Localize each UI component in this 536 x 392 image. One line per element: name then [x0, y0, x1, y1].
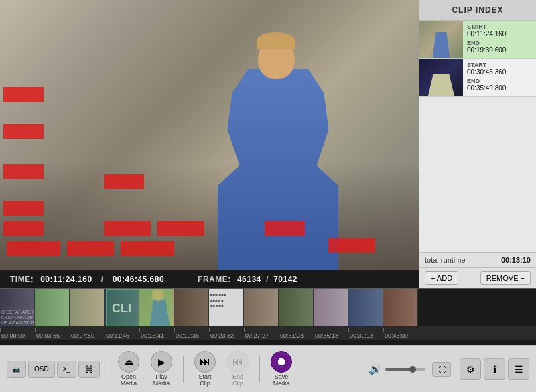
clip2-end-time: 00:35:49.800	[467, 84, 532, 92]
clip2-start-label: START	[467, 62, 532, 68]
red-overlay-7	[104, 221, 151, 236]
eject-icon: ⏏	[118, 351, 139, 373]
gear-button[interactable]: ⚙	[460, 358, 481, 380]
end-clip-icon: ⏮	[227, 351, 249, 373]
red-overlay-4	[3, 201, 44, 216]
snapshot-button[interactable]: 📷	[7, 361, 26, 378]
ruler-label-4: 00:15:41	[139, 328, 164, 339]
cut-button[interactable]: ⌘	[78, 361, 100, 378]
timeline-thumb-8	[279, 289, 314, 326]
red-overlay-1	[3, 87, 44, 102]
ruler-tick-6: 00:23:32	[209, 328, 244, 339]
clip2-start-time: 00:30:45.360	[467, 68, 532, 76]
timeline-thumb-3: CLI	[105, 289, 139, 326]
video-display[interactable]	[0, 0, 419, 270]
ruler-label-1: 00:03:55	[35, 328, 60, 339]
clip1-start-label: START	[467, 23, 532, 30]
time-bar: TIME: 00:11:24.160 / 00:46:45.680 FRAME:…	[0, 270, 419, 288]
end-clip-button[interactable]: ⏮ EndClip	[223, 349, 253, 389]
clip-item-1[interactable]: START 00:11:24.160 END 00:19:30.600	[419, 21, 536, 59]
ruler-tick-3: 00:11:46	[105, 328, 139, 339]
ruler-label-5: 00:19:36	[174, 328, 199, 339]
gear-icon: ⚙	[466, 364, 475, 375]
clip-index-header: CLIP INDEX	[419, 0, 536, 21]
save-media-button[interactable]: ⏺ SaveMedia	[267, 349, 296, 389]
red-overlay-11	[67, 241, 114, 256]
toolbar: 📷 OSD >_ ⌘ ⏏ OpenMedia ▶ PlayMedia ⏭ Sta…	[0, 345, 536, 392]
start-clip-icon: ⏭	[194, 351, 216, 373]
clip-info-2: START 00:30:45.360 END 00:35:49.800	[463, 59, 536, 96]
ruler-tick-5: 00:19:36	[174, 328, 209, 339]
timeline-thumb-1	[35, 289, 70, 326]
save-icon: ⏺	[271, 351, 292, 373]
ruler-label-7: 00:27:27	[244, 328, 269, 339]
timeline-thumb-6: ■■■ ■■■■■■■ ■■■ ■■■	[209, 289, 244, 326]
red-overlay-10	[7, 241, 60, 256]
ruler-tick-11: 00:43:09	[383, 328, 418, 339]
timeline-thumb-10	[348, 289, 383, 326]
ruler-label-6: 00:23:32	[209, 328, 234, 339]
red-overlay-9	[265, 221, 305, 236]
ruler-label-11: 00:43:09	[383, 328, 408, 339]
ruler-tick-4: 00:15:41	[139, 328, 174, 339]
play-media-label: PlayMedia	[153, 374, 170, 387]
ruler-tick-2: 00:07:50	[70, 328, 105, 339]
info-button[interactable]: ℹ	[484, 358, 505, 380]
timeline-thumb-4	[139, 289, 174, 326]
ruler-tick-1: 00:03:55	[35, 328, 70, 339]
play-media-button[interactable]: ▶ PlayMedia	[147, 349, 176, 389]
start-clip-button[interactable]: ⏭ StartClip	[190, 349, 220, 389]
clip-action-buttons: + ADD REMOVE −	[419, 267, 536, 288]
fullscreen-icon: ⛶	[438, 365, 446, 373]
red-overlay-13	[328, 238, 375, 253]
red-overlay-3	[3, 164, 44, 179]
volume-fill	[385, 368, 411, 371]
current-time: 00:11:24.160	[40, 275, 92, 284]
volume-slider[interactable]	[385, 368, 425, 371]
timeline-strip[interactable]: UP AGAINST THE CLINTO CTION MACHINE, TIM…	[0, 289, 536, 326]
ruler-label-8: 00:31:23	[279, 328, 304, 339]
ruler-label-10: 00:39:13	[348, 328, 373, 339]
red-overlay-5	[3, 221, 44, 236]
ruler-label-0: 00:00:00	[0, 328, 25, 339]
open-media-button[interactable]: ⏏ OpenMedia	[114, 349, 143, 389]
clip1-end-time: 00:19:30.600	[467, 46, 532, 54]
timeline-area: UP AGAINST THE CLINTO CTION MACHINE, TIM…	[0, 288, 536, 345]
ruler-label-2: 00:07:50	[70, 328, 94, 339]
ruler-tick-8: 00:31:23	[279, 328, 314, 339]
fullscreen-button[interactable]: ⛶	[432, 362, 451, 377]
clip-info-1: START 00:11:24.160 END 00:19:30.600	[463, 21, 536, 58]
red-overlay-12	[121, 241, 174, 256]
frame-label: FRAME:	[198, 275, 231, 284]
remove-clip-button[interactable]: REMOVE −	[480, 271, 531, 285]
list-icon: ☰	[515, 364, 523, 375]
runtime-label: total runtime	[425, 256, 466, 264]
timeline-ruler: 00:00:00 00:03:55 00:07:50 00:11:46 00:1…	[0, 326, 536, 340]
clip-item-2[interactable]: START 00:30:45.360 END 00:35:49.800	[419, 59, 536, 97]
timeline-thumb-9	[314, 289, 348, 326]
clip1-end-label: END	[467, 40, 532, 46]
right-icon-group: ⚙ ℹ ☰	[460, 358, 529, 380]
separator-2	[183, 356, 184, 383]
volume-area: 🔊 ⛶	[368, 362, 451, 377]
ruler-tick-0: 00:00:00	[0, 328, 35, 339]
cmd-button[interactable]: >_	[57, 361, 76, 378]
ruler-label-9: 00:35:18	[314, 328, 338, 339]
save-media-label: SaveMedia	[273, 374, 290, 387]
clip-index-panel: CLIP INDEX START 00:11:24.160 END 00:19:…	[419, 0, 536, 288]
separator-1	[107, 356, 107, 383]
red-overlay-6	[104, 174, 144, 189]
video-panel: TIME: 00:11:24.160 / 00:46:45.680 FRAME:…	[0, 0, 419, 288]
time-label: TIME:	[10, 275, 34, 284]
clip-footer: total runtime 00:13:10	[419, 252, 536, 267]
osd-button[interactable]: OSD	[28, 361, 55, 378]
add-clip-button[interactable]: + ADD	[425, 271, 458, 285]
runtime-value: 00:13:10	[501, 256, 531, 264]
red-overlay-8	[157, 221, 204, 236]
list-button[interactable]: ☰	[508, 358, 529, 380]
ruler-label-3: 00:11:46	[105, 328, 129, 339]
ruler-tick-7: 00:27:27	[244, 328, 279, 339]
open-media-label: OpenMedia	[121, 374, 137, 387]
red-overlay-2	[3, 124, 44, 139]
volume-knob	[409, 366, 416, 373]
